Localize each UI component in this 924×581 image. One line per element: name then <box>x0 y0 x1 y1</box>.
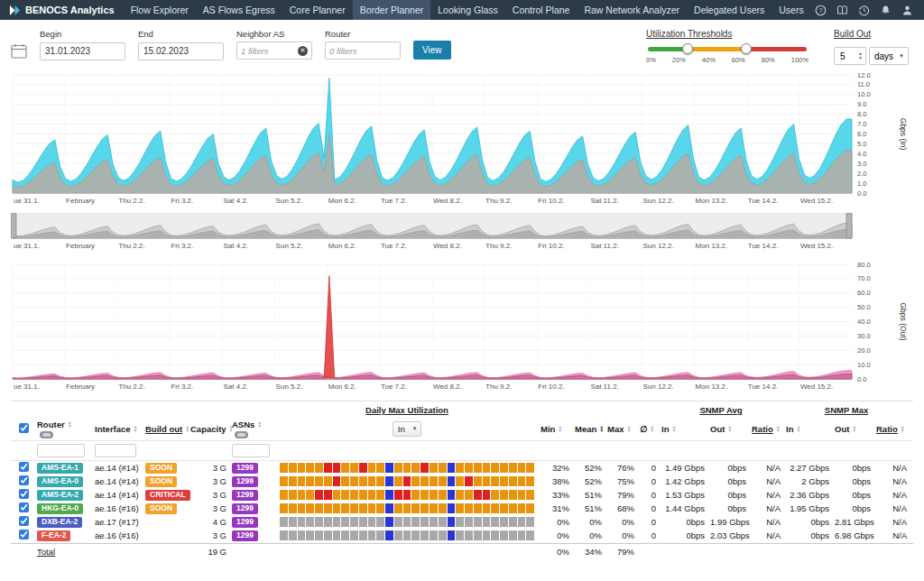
toggle-router-names-icon[interactable] <box>40 431 53 438</box>
brush-handle-right[interactable] <box>846 213 852 238</box>
svg-text:2.0: 2.0 <box>857 170 866 178</box>
sort-icon[interactable]: ▴▾ <box>600 425 603 433</box>
min-cell: 33% <box>538 490 572 500</box>
asn-badge[interactable]: 1299 <box>232 503 258 514</box>
brush-handle-left[interactable] <box>11 213 16 238</box>
calendar-icon[interactable] <box>11 43 27 62</box>
capacity-column-header[interactable]: Capacity <box>190 424 226 434</box>
direction-select[interactable]: In▾ <box>393 421 421 437</box>
router-badge[interactable]: AMS-EA-0 <box>37 476 83 487</box>
interface-cell: ae.16 (#16) <box>92 530 143 540</box>
snmp-max-in-column-header[interactable]: In <box>786 424 793 434</box>
nav-item-as-flows-egress[interactable]: AS Flows Egress <box>196 0 282 20</box>
router-filter-input[interactable] <box>37 444 85 457</box>
docs-icon[interactable] <box>836 5 848 16</box>
asn-badge[interactable]: 1299 <box>232 463 258 474</box>
nav-item-core-planner[interactable]: Core Planner <box>282 0 353 20</box>
interface-column-header[interactable]: Interface <box>95 424 131 434</box>
nav-item-raw-network-analyzer[interactable]: Raw Network Analyzer <box>577 0 687 20</box>
asn-badge[interactable]: 1299 <box>232 517 258 528</box>
thresholds-slider[interactable] <box>648 47 807 51</box>
router-badge[interactable]: AMS-EA-1 <box>37 463 83 474</box>
heatmap-cell <box>474 490 482 500</box>
sort-icon[interactable]: ▴▾ <box>901 425 904 433</box>
brand[interactable]: BENOCS Analytics <box>0 5 124 16</box>
asn-badge[interactable]: 1299 <box>232 530 258 541</box>
notifications-icon[interactable] <box>880 5 892 16</box>
sort-icon[interactable]: ▴▾ <box>777 425 780 433</box>
stepper-arrows-icon[interactable]: ▲▼ <box>858 51 863 60</box>
build-out-column-header[interactable]: Build out <box>145 424 182 434</box>
svg-text:Fri 10.2.: Fri 10.2. <box>538 383 564 391</box>
asns-column-header[interactable]: ASNs <box>232 420 254 429</box>
heatmap-cell <box>324 490 332 500</box>
row-checkbox[interactable] <box>19 489 29 499</box>
select-all-checkbox[interactable] <box>19 423 29 433</box>
router-badge[interactable]: DXB-EA-2 <box>37 517 82 528</box>
clear-filter-icon[interactable]: ✕ <box>298 46 308 56</box>
svg-text:Mon 13.2.: Mon 13.2. <box>696 242 728 250</box>
history-icon[interactable] <box>858 5 870 16</box>
sort-icon[interactable]: ▴▾ <box>258 420 261 429</box>
sort-icon[interactable]: ▴▾ <box>797 425 799 433</box>
router-badge[interactable]: HKG-EA-0 <box>37 503 83 514</box>
end-date-input[interactable] <box>138 42 224 60</box>
asns-filter-input[interactable] <box>232 444 270 457</box>
sort-icon[interactable]: ▴▾ <box>672 425 675 433</box>
snmp-max-ratio-column-header[interactable]: Ratio <box>876 424 898 434</box>
toggle-asn-names-icon[interactable] <box>235 431 248 438</box>
svg-text:0.0: 0.0 <box>857 375 866 383</box>
nav-item-looking-glass[interactable]: Looking Glass <box>430 0 505 20</box>
heatmap-cell <box>518 490 526 500</box>
sigma-cell: 0 <box>637 490 659 500</box>
total-label[interactable]: Total <box>34 547 92 557</box>
critical-threshold-handle[interactable] <box>741 43 752 54</box>
min-column-header[interactable]: Min <box>541 424 555 434</box>
sigma-column-header[interactable]: ∅ <box>640 424 647 434</box>
traffic-out-chart[interactable]: 0.010.020.030.040.050.060.070.080.0ue 31… <box>11 260 913 395</box>
nav-item-users[interactable]: Users <box>772 0 810 20</box>
snmp-avg-in-column-header[interactable]: In <box>661 424 669 434</box>
nav-item-flow-explorer[interactable]: Flow Explorer <box>124 0 196 20</box>
heatmap-cell <box>448 503 456 513</box>
row-checkbox[interactable] <box>19 503 29 512</box>
help-icon[interactable]: ? <box>815 5 827 16</box>
sort-icon[interactable]: ▴▾ <box>651 425 653 433</box>
svg-text:Tue 7.2.: Tue 7.2. <box>381 383 407 391</box>
router-badge[interactable]: F-EA-2 <box>37 530 70 541</box>
mean-column-header[interactable]: Mean <box>575 424 596 434</box>
begin-date-input[interactable] <box>40 42 125 60</box>
build-out-input[interactable]: 5 ▲▼ <box>834 47 866 65</box>
neighbor-as-filter[interactable]: 1 filters ✕ <box>236 42 312 60</box>
nav-item-border-planner[interactable]: Border Planner <box>353 0 431 20</box>
sort-icon[interactable]: ▴▾ <box>728 425 731 433</box>
view-button[interactable]: View <box>413 41 451 60</box>
row-checkbox[interactable] <box>19 462 29 472</box>
snmp-avg-out-column-header[interactable]: Out <box>710 424 725 434</box>
nav-item-delegated-users[interactable]: Delegated Users <box>687 0 772 20</box>
max-column-header[interactable]: Max <box>607 424 624 434</box>
sort-icon[interactable]: ▴▾ <box>134 425 137 433</box>
sort-icon[interactable]: ▴▾ <box>69 420 71 429</box>
router-badge[interactable]: AMS-EA-2 <box>37 490 83 501</box>
row-checkbox[interactable] <box>19 475 29 485</box>
router-column-header[interactable]: Router <box>37 420 65 429</box>
heatmap-cell <box>350 503 358 513</box>
nav-item-control-plane[interactable]: Control Plane <box>505 0 578 20</box>
range-selector[interactable]: ue 31.1.FebruaryThu 2.2.Fri 3.2.Sat 4.2.… <box>11 213 913 253</box>
interface-filter-input[interactable] <box>95 444 136 457</box>
row-checkbox[interactable] <box>19 530 29 540</box>
user-icon[interactable] <box>901 5 913 16</box>
row-checkbox[interactable] <box>19 516 29 526</box>
router-filter[interactable]: 0 filters <box>325 42 401 60</box>
build-out-unit-select[interactable]: days ▾ <box>869 47 909 65</box>
sort-icon[interactable]: ▴▾ <box>627 425 630 433</box>
snmp-max-out-column-header[interactable]: Out <box>835 424 849 434</box>
sort-icon[interactable]: ▴▾ <box>559 425 561 433</box>
warning-threshold-handle[interactable] <box>682 43 693 54</box>
traffic-in-chart[interactable]: 0.01.02.03.04.05.06.07.08.09.010.011.012… <box>11 70 913 208</box>
snmp-avg-ratio-column-header[interactable]: Ratio <box>752 424 773 434</box>
asn-badge[interactable]: 1299 <box>232 490 258 501</box>
sort-icon[interactable]: ▴▾ <box>853 425 855 433</box>
asn-badge[interactable]: 1299 <box>232 476 258 487</box>
